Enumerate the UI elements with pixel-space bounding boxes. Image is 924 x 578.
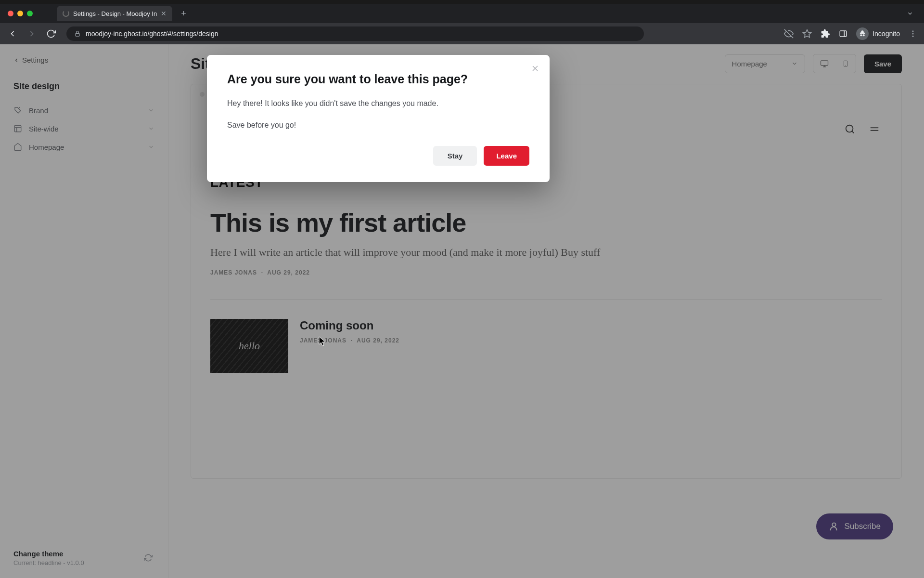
window-minimize-button[interactable] [17, 11, 23, 16]
lock-icon [74, 30, 81, 37]
window-maximize-button[interactable] [27, 11, 33, 16]
incognito-badge[interactable]: Incognito [856, 27, 900, 40]
svg-point-6 [863, 34, 865, 36]
modal-close-button[interactable] [530, 64, 540, 73]
modal-title: Are you sure you want to leave this page… [227, 72, 529, 86]
svg-marker-2 [803, 30, 811, 38]
modal-body: Hey there! It looks like you didn't save… [227, 97, 529, 131]
back-button[interactable] [7, 29, 18, 39]
tabs-dropdown-icon[interactable] [907, 10, 918, 17]
star-icon[interactable] [802, 29, 812, 39]
svg-rect-0 [76, 33, 79, 36]
browser-chrome: Settings - Design - Moodjoy In ✕ + moodj… [0, 4, 924, 44]
panel-icon[interactable] [839, 29, 847, 38]
incognito-icon [856, 27, 869, 40]
new-tab-button[interactable]: + [177, 9, 190, 19]
unsaved-changes-modal: Are you sure you want to leave this page… [207, 55, 550, 182]
window-close-button[interactable] [8, 11, 13, 16]
svg-point-8 [912, 33, 914, 35]
tab-close-button[interactable]: ✕ [161, 10, 167, 17]
svg-point-7 [912, 30, 914, 32]
stay-button[interactable]: Stay [433, 146, 477, 166]
extensions-icon[interactable] [821, 29, 830, 39]
loading-spinner-icon [63, 10, 69, 17]
url-text: moodjoy-inc.ghost.io/ghost/#/settings/de… [86, 30, 218, 38]
browser-tab[interactable]: Settings - Design - Moodjoy In ✕ [57, 6, 172, 21]
window-controls [6, 11, 33, 16]
address-bar[interactable]: moodjoy-inc.ghost.io/ghost/#/settings/de… [66, 26, 644, 41]
close-icon [530, 64, 540, 73]
leave-button[interactable]: Leave [484, 146, 529, 166]
svg-rect-3 [840, 31, 847, 37]
kebab-menu-icon[interactable] [909, 29, 917, 38]
forward-button[interactable] [26, 29, 38, 39]
svg-point-9 [912, 36, 914, 37]
eye-off-icon[interactable] [784, 29, 794, 39]
reload-button[interactable] [45, 29, 57, 39]
tab-title: Settings - Design - Moodjoy In [73, 10, 157, 17]
svg-point-5 [860, 34, 862, 36]
